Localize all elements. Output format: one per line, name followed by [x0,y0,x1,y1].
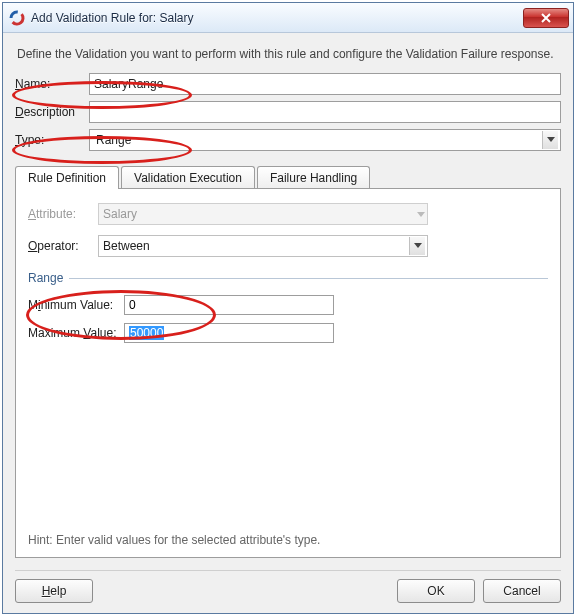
tab-strip: Rule Definition Validation Execution Fai… [15,165,561,188]
chevron-down-icon [409,237,425,255]
dialog-title: Add Validation Rule for: Salary [31,11,517,25]
description-label: Description [15,105,89,119]
dialog-window: Add Validation Rule for: Salary Define t… [2,2,574,614]
attribute-label: Attribute: [28,207,98,221]
description-row: Description [15,101,561,123]
type-value: Range [94,133,542,147]
attribute-row: Attribute: Salary [28,203,548,225]
type-select[interactable]: Range [89,129,561,151]
attribute-value: Salary [103,207,137,221]
button-bar: Help OK Cancel [15,570,561,603]
type-row: Type: Range [15,129,561,151]
tab-failure-handling[interactable]: Failure Handling [257,166,370,189]
range-header-label: Range [28,271,63,285]
operator-value: Between [103,239,150,253]
cancel-button[interactable]: Cancel [483,579,561,603]
intro-text: Define the Validation you want to perfor… [17,47,559,61]
min-value-input[interactable] [124,295,334,315]
type-label: Type: [15,133,89,147]
name-label: Name: [15,77,89,91]
hint-text: Hint: Enter valid values for the selecte… [28,533,320,547]
app-icon [9,10,25,26]
attribute-select: Salary [98,203,428,225]
divider [69,278,548,279]
min-value-label: Minimum Value: [28,298,124,312]
tab-panel-rule-definition: Attribute: Salary Operator: Between Rang… [15,188,561,558]
tab-rule-definition[interactable]: Rule Definition [15,166,119,189]
close-button[interactable] [523,8,569,28]
chevron-down-icon [417,207,425,221]
name-row: Name: [15,73,561,95]
dialog-body: Define the Validation you want to perfor… [3,33,573,613]
max-value-text: 50000 [129,326,164,340]
description-input[interactable] [89,101,561,123]
max-value-row: Maximum Value: 50000 [28,323,548,343]
operator-label: Operator: [28,239,98,253]
operator-row: Operator: Between [28,235,548,257]
max-value-label: Maximum Value: [28,326,124,340]
tab-validation-execution[interactable]: Validation Execution [121,166,255,189]
min-value-row: Minimum Value: [28,295,548,315]
name-input[interactable] [89,73,561,95]
range-group-header: Range [28,271,548,285]
chevron-down-icon [542,131,558,149]
help-button[interactable]: Help [15,579,93,603]
max-value-input[interactable]: 50000 [124,323,334,343]
ok-button[interactable]: OK [397,579,475,603]
title-bar[interactable]: Add Validation Rule for: Salary [3,3,573,33]
operator-select[interactable]: Between [98,235,428,257]
